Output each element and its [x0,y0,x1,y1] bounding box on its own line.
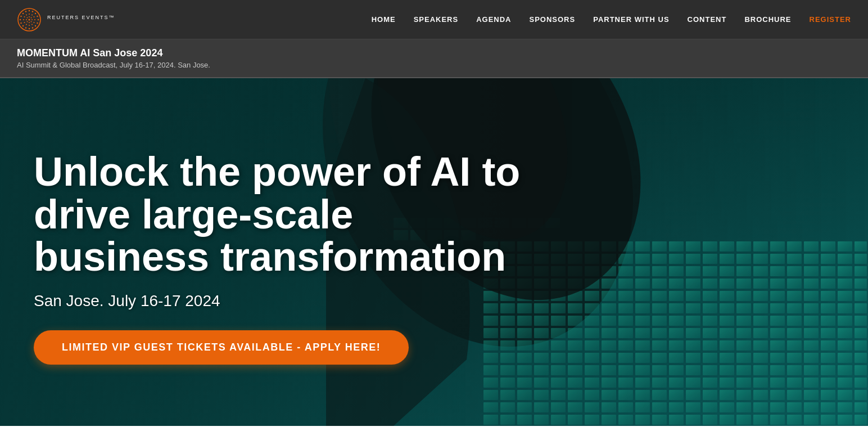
sub-header: MOMENTUM AI San Jose 2024 AI Summit & Gl… [0,39,868,78]
nav-register[interactable]: REGISTER [810,15,851,24]
svg-point-5 [38,19,39,20]
svg-point-28 [26,14,27,15]
svg-point-31 [31,19,33,20]
svg-point-22 [31,24,33,25]
svg-point-4 [37,15,38,16]
svg-point-27 [24,16,25,17]
nav-partner-with-us[interactable]: PARTNER WITH US [593,15,669,24]
svg-point-35 [26,19,27,20]
svg-point-18 [31,14,33,15]
event-subtitle: AI Summit & Global Broadcast, July 16-17… [17,61,851,69]
svg-point-14 [20,15,21,16]
logo[interactable]: REUTERS EVENTS™ [17,7,115,32]
svg-point-26 [23,19,24,20]
reuters-logo-icon [17,7,42,32]
event-title: MOMENTUM AI San Jose 2024 [17,47,851,59]
svg-point-13 [20,19,21,20]
svg-point-19 [34,16,35,17]
svg-point-32 [31,21,32,22]
nav-brochure[interactable]: BROCHURE [744,15,791,24]
svg-point-25 [24,22,25,23]
svg-point-36 [27,17,28,18]
nav-agenda[interactable]: AGENDA [476,15,511,24]
top-navigation: REUTERS EVENTS™ HOME SPEAKERS AGENDA SPO… [0,0,868,39]
svg-point-15 [22,12,24,14]
svg-point-30 [31,17,32,18]
svg-point-33 [29,22,30,23]
svg-point-8 [32,27,33,28]
svg-point-12 [20,22,21,23]
svg-point-11 [22,25,24,26]
svg-point-29 [29,16,30,17]
nav-content[interactable]: CONTENT [688,15,727,24]
svg-point-17 [29,14,30,15]
nav-home[interactable]: HOME [372,15,396,24]
nav-speakers[interactable]: SPEAKERS [414,15,459,24]
svg-point-37 [29,19,30,20]
svg-point-1 [29,10,30,11]
svg-point-24 [26,24,27,25]
svg-point-34 [27,21,28,22]
hero-section: Unlock the power of AI to drive large-sc… [0,78,868,426]
svg-point-20 [34,19,35,20]
svg-point-10 [25,27,26,28]
svg-point-2 [32,11,33,12]
svg-point-9 [29,28,30,29]
nav-sponsors[interactable]: SPONSORS [530,15,576,24]
svg-point-21 [34,22,35,23]
hero-headline: Unlock the power of AI to drive large-sc… [34,151,540,279]
cta-vip-tickets-button[interactable]: LIMITED VIP GUEST TICKETS AVAILABLE - AP… [34,330,409,365]
hero-content: Unlock the power of AI to drive large-sc… [0,78,868,426]
main-nav: HOME SPEAKERS AGENDA SPONSORS PARTNER WI… [372,15,851,24]
svg-point-3 [35,12,36,14]
svg-point-23 [29,25,30,26]
hero-date: San Jose. July 16-17 2024 [34,292,834,310]
svg-point-7 [35,25,36,26]
logo-text: REUTERS EVENTS™ [47,15,115,24]
svg-point-6 [37,22,38,23]
svg-point-16 [25,11,26,12]
